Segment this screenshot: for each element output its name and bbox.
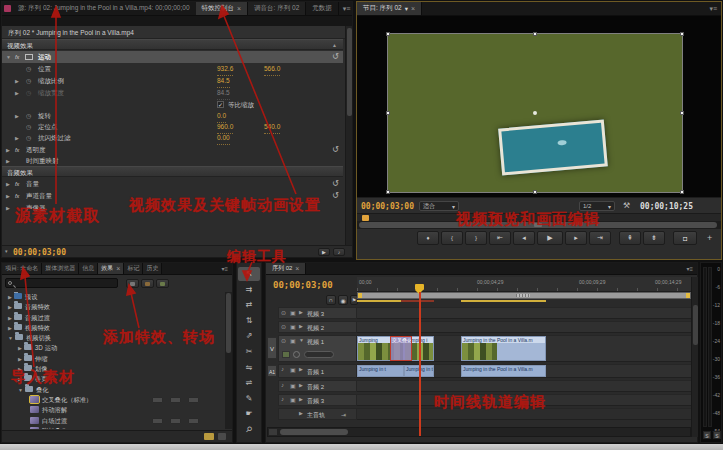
expand-track-icon[interactable]: ▶ xyxy=(299,309,303,315)
step-forward-button[interactable]: ▸ xyxy=(565,231,587,245)
sync-lock-icon[interactable]: ▣ xyxy=(290,366,296,373)
toggle-track-audio-icon[interactable]: ♪ xyxy=(281,382,284,388)
transform-handle[interactable] xyxy=(386,32,390,36)
expand-track-icon[interactable]: ▶ xyxy=(299,382,303,388)
reset-effect-icon[interactable]: ↺ xyxy=(332,190,339,202)
tool-zoom[interactable]: ⚲ xyxy=(238,423,260,437)
tab-effect-controls[interactable]: 特效控制台× xyxy=(196,2,249,15)
close-tab-icon[interactable]: × xyxy=(116,265,120,272)
expand-track-icon[interactable]: ▶ xyxy=(299,410,303,416)
tab-media-browser[interactable]: 媒体浏览器 xyxy=(42,263,79,274)
toggle-track-output-icon[interactable]: ⊙ xyxy=(281,309,286,316)
panel-menu-icon[interactable]: ▾≡ xyxy=(682,263,697,274)
extract-button[interactable]: ⇟ xyxy=(643,231,665,245)
transform-handle[interactable] xyxy=(680,190,684,194)
audio1-target-badge[interactable]: A1 xyxy=(267,365,277,377)
reset-effect-icon[interactable]: ↺ xyxy=(332,51,339,63)
tool-ripple-edit[interactable]: ⇄ xyxy=(238,298,260,312)
expand-track-icon[interactable]: ▶ xyxy=(299,323,303,329)
transform-handle[interactable] xyxy=(386,111,390,115)
anchor-point-icon[interactable] xyxy=(533,111,537,115)
scrollbar-thumb[interactable] xyxy=(693,305,698,345)
audio-effects-header[interactable]: 音频效果 xyxy=(2,166,343,177)
filter-accelerated-button[interactable] xyxy=(126,279,139,288)
step-back-button[interactable]: ◂ xyxy=(513,231,535,245)
tool-rolling-edit[interactable]: ⇅ xyxy=(238,313,260,327)
motion-effect-row[interactable]: ▼ fx 运动 ↺ xyxy=(2,51,343,63)
sync-lock-icon[interactable]: ▣ xyxy=(290,309,296,316)
track-lane-audio1[interactable]: Jumping in t Jumping in th Jumping in th… xyxy=(357,364,691,378)
toggle-track-audio-icon[interactable]: ♪ xyxy=(281,396,284,402)
tree-item-additive-dissolve[interactable]: 附加叠化 xyxy=(4,426,224,429)
collapse-track-icon[interactable]: ▼ xyxy=(299,337,304,343)
toggle-track-output-icon[interactable]: ⊙ xyxy=(281,323,286,330)
stopwatch-icon[interactable]: ◷ xyxy=(26,75,31,87)
expand-icon[interactable]: ▶ xyxy=(6,190,10,202)
panel-menu-icon[interactable]: ▾≡ xyxy=(339,2,352,15)
reset-effect-icon[interactable]: ↺ xyxy=(332,178,339,190)
set-display-style-icon[interactable] xyxy=(282,351,290,358)
stopwatch-icon[interactable]: ◷ xyxy=(26,132,31,144)
program-timecode[interactable]: 00;00;03;00 xyxy=(361,202,414,211)
add-marker-button[interactable]: ♦ xyxy=(417,231,439,245)
track-lane-video2[interactable] xyxy=(357,321,691,333)
delete-button[interactable] xyxy=(218,433,226,440)
effect-controls-scrollbar[interactable] xyxy=(345,26,352,245)
clip-audio-3[interactable]: Jumping in the Pool in a Villa.m xyxy=(461,365,546,377)
track-lane-video1[interactable]: Jumping Jumping i 交叉叠化 Jumping in the Po… xyxy=(357,335,691,362)
video-frame[interactable] xyxy=(388,34,682,192)
sync-lock-icon[interactable]: ▣ xyxy=(290,396,296,403)
tool-selection[interactable]: ↖ xyxy=(238,267,260,281)
go-to-out-button[interactable]: ⇥ xyxy=(589,231,611,245)
play-audio-button[interactable]: ▶ xyxy=(318,248,330,256)
tree-item-cross-dissolve[interactable]: 交叉叠化（标准） xyxy=(4,395,224,405)
expand-icon[interactable]: ▼ xyxy=(6,51,11,63)
filter-32bit-button[interactable] xyxy=(141,279,154,288)
video-effects-header[interactable]: 视频效果▲ xyxy=(2,39,343,50)
sync-lock-icon[interactable]: ▣ xyxy=(290,337,296,344)
tab-program-monitor[interactable]: 节目: 序列 02 ▾ × xyxy=(357,2,422,15)
snap-button[interactable]: ∩ xyxy=(326,295,336,305)
track-lane-video3[interactable] xyxy=(357,307,691,319)
tree-folder-presets[interactable]: ▶预设 xyxy=(4,292,224,302)
work-area-end-handle[interactable] xyxy=(686,293,690,298)
encore-chapter-marker-button[interactable]: ◉ xyxy=(338,295,348,305)
show-keyframes-icon[interactable] xyxy=(293,351,300,358)
mark-in-button[interactable]: { xyxy=(441,231,463,245)
tab-metadata[interactable]: 元数据 xyxy=(306,2,339,15)
clip-audio-1[interactable]: Jumping in t xyxy=(357,365,404,377)
fit-icon[interactable]: ⇥ xyxy=(341,411,346,418)
add-button[interactable]: + xyxy=(707,233,712,243)
tool-slide[interactable]: ⇌ xyxy=(238,376,260,390)
uniform-scale-checkbox[interactable]: ✓ xyxy=(217,101,224,108)
timeline-vscrollbar[interactable] xyxy=(691,277,698,437)
tab-dropdown-icon[interactable]: ▾ xyxy=(405,5,408,13)
expand-icon[interactable]: ▶ xyxy=(15,75,19,87)
scrollbar-thumb[interactable] xyxy=(347,28,352,116)
tool-pen[interactable]: ✎ xyxy=(238,391,260,405)
zoom-out-box[interactable] xyxy=(269,429,277,435)
solo-right-button[interactable]: S xyxy=(713,431,721,439)
sync-lock-icon[interactable]: ▣ xyxy=(290,323,296,330)
close-tab-icon[interactable]: × xyxy=(237,5,241,12)
keyframe-mode-pill[interactable] xyxy=(304,351,334,358)
tool-track-select[interactable]: ⇉ xyxy=(238,282,260,296)
expand-track-icon[interactable]: ▶ xyxy=(299,396,303,402)
new-custom-bin-button[interactable] xyxy=(204,433,214,440)
transition-cross-dissolve[interactable]: 交叉叠化 xyxy=(390,336,412,361)
track-lane-audio2[interactable] xyxy=(357,380,691,392)
tab-markers[interactable]: 标记 xyxy=(124,263,143,274)
transform-handle[interactable] xyxy=(386,190,390,194)
sync-lock-icon[interactable]: ▣ xyxy=(290,382,296,389)
playhead-line[interactable] xyxy=(419,292,421,436)
tab-effects[interactable]: 效果× xyxy=(98,263,124,274)
transform-handle[interactable] xyxy=(533,32,537,36)
effects-tree-scrollbar[interactable] xyxy=(225,292,232,429)
work-area-start-handle[interactable] xyxy=(358,293,362,298)
timeline-hscrollbar[interactable] xyxy=(267,427,691,437)
volume-effect-row[interactable]: ▶ fx 音量 ↺ xyxy=(2,178,343,190)
toggle-audio-units-button[interactable]: ♪ xyxy=(333,248,345,256)
lift-button[interactable]: ⇞ xyxy=(619,231,641,245)
expand-icon[interactable]: ▶ xyxy=(6,178,10,190)
tab-project[interactable]: 项目: 未命名 xyxy=(2,263,42,274)
